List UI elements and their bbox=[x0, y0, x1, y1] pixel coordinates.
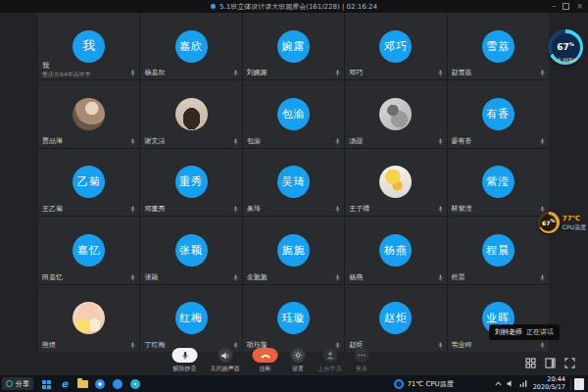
participant-name: 张颖 bbox=[144, 273, 158, 282]
participant-avatar: 杨燕 bbox=[379, 234, 412, 267]
cpu-temp-widget[interactable]: 67% 77℃ CPU温度 bbox=[538, 212, 586, 233]
minimize-icon[interactable]: – bbox=[552, 3, 556, 11]
participant-tile[interactable]: 珏璇 胡珏璇 bbox=[243, 285, 344, 352]
participant-name: 金旎旎 bbox=[247, 273, 268, 282]
unmute-button[interactable]: 解除静音 bbox=[172, 348, 198, 373]
participant-tile[interactable]: 乙菊 王乙菊 bbox=[38, 149, 139, 216]
participant-name: 程晨 bbox=[452, 273, 466, 282]
speaker-icon bbox=[218, 348, 232, 363]
participant-name: 汤甜 bbox=[349, 137, 363, 146]
participant-tile[interactable]: 嘉忆 田嘉忆 bbox=[38, 217, 139, 283]
participant-tile[interactable]: 紫滢 林紫滢 bbox=[448, 149, 549, 216]
meeting-toolbar: 解除静音 关闭扬声器 挂断 设置 上台学员 更多 bbox=[172, 348, 369, 373]
grid-view-icon[interactable] bbox=[525, 358, 536, 368]
taskbar-app-browser[interactable]: e bbox=[56, 375, 74, 392]
share-chip[interactable]: 分享 bbox=[2, 377, 33, 390]
participant-name: 赵雪荔 bbox=[452, 69, 472, 77]
tray-network-icon[interactable] bbox=[519, 380, 527, 387]
muted-mic-icon bbox=[540, 342, 545, 349]
meeting-app-icon bbox=[211, 4, 216, 9]
participant-name: 廖有香 bbox=[452, 137, 472, 146]
upload-arrow-icon: ▴ bbox=[555, 57, 558, 63]
participant-tile[interactable]: 婉露 刘婉露 bbox=[243, 13, 344, 79]
participant-name: 韦业晖 bbox=[452, 341, 472, 350]
active-speaker-toast: 刘翀老师 正在讲话 bbox=[489, 324, 560, 340]
tray-keyboard-icon[interactable] bbox=[574, 378, 584, 390]
muted-mic-icon bbox=[233, 206, 238, 213]
participant-tile[interactable]: 我 我 重庆市64中高中学 bbox=[38, 13, 139, 79]
members-icon bbox=[322, 348, 337, 363]
participant-name: 王乙菊 bbox=[42, 205, 63, 214]
participant-tile[interactable]: 曹品琳 bbox=[38, 80, 139, 147]
participant-tile[interactable]: 汤甜 bbox=[345, 80, 446, 147]
hangup-icon bbox=[253, 348, 278, 363]
participant-tile[interactable]: 赵炬 赵炬 bbox=[345, 285, 446, 352]
tray-volume-icon[interactable] bbox=[507, 380, 514, 387]
participant-avatar: 吴琦 bbox=[277, 166, 310, 198]
participant-tile[interactable]: 红梅 丁红梅 bbox=[140, 285, 241, 352]
close-icon[interactable]: × bbox=[576, 3, 583, 11]
speaker-button[interactable]: 关闭扬声器 bbox=[211, 348, 240, 373]
muted-mic-icon bbox=[335, 206, 340, 213]
participant-tile[interactable]: 谢文洁 bbox=[140, 80, 241, 147]
participant-avatar: 嘉忆 bbox=[73, 234, 105, 267]
participant-tile[interactable]: 程晨 程晨 bbox=[448, 217, 549, 283]
taskbar-app-messenger[interactable] bbox=[109, 375, 126, 392]
participant-tile[interactable]: 嘉欣 杨嘉欣 bbox=[140, 13, 241, 79]
participant-tile[interactable]: 雪荔 赵雪荔 bbox=[448, 13, 549, 79]
participant-avatar: 紫滢 bbox=[482, 166, 514, 198]
more-button[interactable]: 更多 bbox=[355, 348, 369, 373]
maximize-icon[interactable] bbox=[563, 3, 569, 10]
participant-name: 林紫滢 bbox=[452, 205, 472, 214]
participant-subtitle: 重庆市64中高中学 bbox=[42, 71, 91, 78]
start-button[interactable] bbox=[36, 375, 56, 392]
network-monitor-widget[interactable]: 67% ▴ 6.9KB/s bbox=[548, 29, 583, 63]
participant-avatar: 包渝 bbox=[277, 98, 310, 130]
muted-mic-icon bbox=[540, 70, 545, 76]
meeting-title: 5.1班立体设计课大班观摩会(161/228) | 02:16:24 bbox=[220, 2, 377, 12]
tray-chevron-icon[interactable] bbox=[495, 381, 502, 386]
participant-name: 杨燕 bbox=[349, 273, 363, 282]
participant-avatar bbox=[379, 98, 412, 130]
participant-avatar: 重秀 bbox=[175, 166, 208, 198]
folder-icon bbox=[77, 380, 88, 388]
participant-name: 邓重秀 bbox=[144, 205, 165, 214]
taskbar-app-explorer[interactable] bbox=[74, 375, 91, 392]
participant-name: 杨嘉欣 bbox=[144, 69, 165, 77]
participant-name: 丁红梅 bbox=[144, 341, 165, 350]
members-button[interactable]: 上台学员 bbox=[318, 348, 342, 373]
participant-tile[interactable]: 熊煜 bbox=[38, 285, 139, 352]
participant-name: 王子晴 bbox=[349, 205, 369, 214]
participant-avatar: 赵炬 bbox=[379, 302, 412, 334]
chrome-icon bbox=[95, 379, 105, 389]
muted-mic-icon bbox=[438, 342, 443, 349]
participant-avatar bbox=[73, 98, 105, 130]
participant-tile[interactable]: 张颖 张颖 bbox=[140, 217, 241, 283]
participant-tile[interactable]: 王子晴 bbox=[345, 149, 446, 216]
participant-tile[interactable]: 包渝 包渝 bbox=[243, 80, 344, 147]
participant-avatar: 邓巧 bbox=[379, 30, 412, 63]
taskbar-app-chrome[interactable] bbox=[91, 375, 109, 392]
participant-tile[interactable]: 旎旎 金旎旎 bbox=[243, 217, 344, 283]
participant-tile[interactable]: 有香 廖有香 bbox=[448, 80, 549, 147]
taskbar-clock[interactable]: 20:44 2020/5/17 bbox=[533, 376, 565, 392]
participant-tile[interactable]: 邓巧 邓巧 bbox=[345, 13, 446, 79]
window-controls: – × bbox=[552, 0, 583, 13]
participant-avatar: 旎旎 bbox=[277, 234, 310, 267]
muted-mic-icon bbox=[233, 70, 238, 76]
muted-mic-icon bbox=[233, 274, 238, 281]
fullscreen-icon[interactable] bbox=[564, 358, 575, 368]
settings-gear-icon bbox=[291, 348, 306, 363]
taskbar-app-meeting[interactable] bbox=[126, 375, 144, 392]
settings-button[interactable]: 设置 bbox=[291, 348, 306, 373]
cpu-temp-value: 77℃ bbox=[563, 215, 586, 222]
participant-tile[interactable]: 业晖 韦业晖 bbox=[448, 285, 549, 352]
cpu-temp-label: CPU温度 bbox=[563, 223, 586, 230]
hangup-button[interactable]: 挂断 bbox=[253, 348, 278, 373]
participant-tile[interactable]: 杨燕 杨燕 bbox=[345, 217, 446, 283]
participant-name: 我 bbox=[42, 62, 91, 71]
participant-tile[interactable]: 吴琦 吴琦 bbox=[243, 149, 344, 216]
taskbar-cpu-monitor[interactable]: 71℃ CPU温度 bbox=[394, 379, 453, 389]
participant-tile[interactable]: 重秀 邓重秀 bbox=[140, 149, 241, 216]
speaker-view-icon[interactable] bbox=[545, 358, 556, 368]
